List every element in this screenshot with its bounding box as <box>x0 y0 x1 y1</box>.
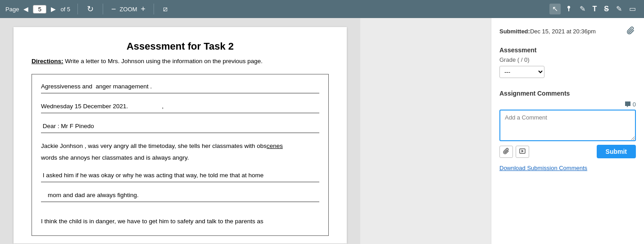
attach-file-button[interactable] <box>499 146 513 158</box>
attachment-icon-button[interactable] <box>626 25 636 37</box>
annotation-tools: ↖ ✎ T S ✎ ▭ <box>549 3 639 15</box>
reset-button[interactable]: ↻ <box>85 4 95 14</box>
toolbar: Page ◀ ▶ of 5 ↻ − ZOOM + ⧄ ↖ ✎ T S ✎ ▭ <box>0 0 644 18</box>
toolbar-divider-1 <box>77 4 78 14</box>
assessment-label: Assessment <box>499 46 636 54</box>
document-directions: Directions: Write a letter to Mrs. Johns… <box>32 57 329 66</box>
grade-select[interactable]: --- <box>499 66 544 78</box>
document-page: Assessment for Task 2 Directions: Write … <box>14 27 347 244</box>
svg-point-0 <box>567 6 570 9</box>
highlight-tool-button[interactable]: ✎ <box>613 4 625 14</box>
submitted-label: Submitted: <box>499 28 530 35</box>
submitted-row: Submitted:Dec 15, 2021 at 20:36pm <box>499 25 636 37</box>
comment-textarea[interactable] <box>499 110 636 141</box>
expand-button[interactable]: ⧄ <box>161 4 169 14</box>
prev-page-button[interactable]: ◀ <box>22 5 30 13</box>
comment-actions: Submit <box>499 145 636 158</box>
doc-spacer-5 <box>41 184 319 190</box>
page-total: of 5 <box>60 6 70 13</box>
grade-row: Grade ( / 0) --- <box>499 56 636 78</box>
zoom-out-button[interactable]: − <box>110 5 117 13</box>
doc-paragraph-2: I think the child is in danger, we have … <box>41 216 319 226</box>
grade-label: Grade ( / 0) <box>499 56 529 63</box>
doc-spacer-3 <box>41 135 319 141</box>
toolbar-page-controls: Page ◀ ▶ of 5 <box>5 5 70 14</box>
doc-spacer-1 <box>41 95 319 101</box>
doc-spacer-4 <box>41 164 319 170</box>
page-label: Page <box>5 6 19 13</box>
strikethrough-tool-button[interactable]: S <box>601 4 612 14</box>
doc-paragraph-1: Jackie Jonhson , was very angry all the … <box>41 141 319 151</box>
svg-marker-2 <box>522 150 524 152</box>
toolbar-divider-3 <box>154 4 154 14</box>
doc-paragraph-1b: words she annoys her classmates and is a… <box>41 153 319 163</box>
comment-count-number: 0 <box>633 101 636 108</box>
doc-line-1: Agressiveness and anger management . <box>41 82 319 93</box>
document-area: Assessment for Task 2 Directions: Write … <box>0 18 360 244</box>
comment-header-row: 0 <box>499 101 636 108</box>
zoom-label: ZOOM <box>120 6 137 13</box>
zoom-controls: − ZOOM + <box>110 5 146 13</box>
doc-spacer-7 <box>41 210 319 216</box>
submitted-date: Dec 15, 2021 at 20:36pm <box>530 28 596 35</box>
right-panel: Submitted:Dec 15, 2021 at 20:36pm Assess… <box>491 18 644 244</box>
rect-tool-button[interactable]: ▭ <box>626 4 639 14</box>
directions-text: Write a letter to Mrs. Johnson using the… <box>65 58 263 64</box>
next-page-button[interactable]: ▶ <box>49 5 58 13</box>
doc-line-2: Wednesday 15 December 2021. , <box>41 101 319 113</box>
submitted-text: Submitted:Dec 15, 2021 at 20:36pm <box>499 28 596 35</box>
document-content-box: Agressiveness and anger management . Wed… <box>32 74 329 236</box>
zoom-in-button[interactable]: + <box>140 5 147 13</box>
pin-tool-button[interactable] <box>562 3 575 15</box>
doc-spacer-6 <box>41 204 319 210</box>
toolbar-divider-2 <box>103 4 103 14</box>
select-tool-button[interactable]: ↖ <box>549 4 561 14</box>
doc-line-5: mom and dad are always fighting. <box>41 190 319 202</box>
document-title: Assessment for Task 2 <box>32 41 329 52</box>
doc-spacer-2 <box>41 115 319 121</box>
pen-tool-button[interactable]: ✎ <box>577 4 588 14</box>
comments-label: Assignment Comments <box>499 90 636 97</box>
annotation-area <box>360 18 491 244</box>
media-button[interactable] <box>516 146 529 158</box>
comment-count: 0 <box>624 101 636 108</box>
directions-label: Directions: <box>32 58 63 64</box>
doc-line-4: I asked him if he was okay or why he was… <box>41 170 319 182</box>
doc-line-3: Dear : Mr F Pinedo <box>41 121 319 133</box>
page-number-input[interactable] <box>33 5 46 14</box>
download-link[interactable]: Download Submission Comments <box>499 165 636 171</box>
text-tool-button[interactable]: T <box>590 4 600 14</box>
comment-action-icons <box>499 146 529 158</box>
submit-button[interactable]: Submit <box>597 145 636 158</box>
main-area: Assessment for Task 2 Directions: Write … <box>0 18 644 244</box>
